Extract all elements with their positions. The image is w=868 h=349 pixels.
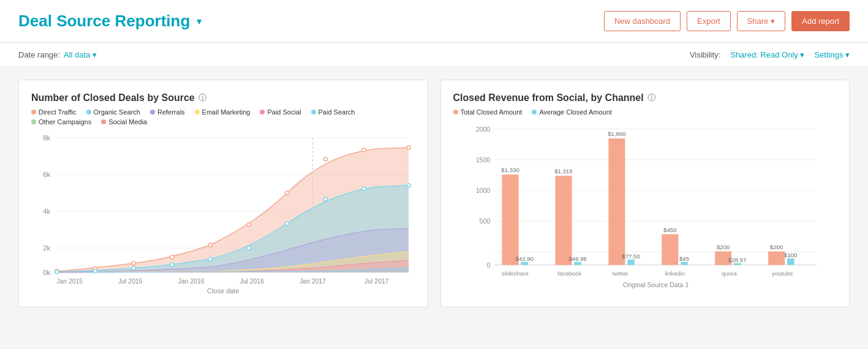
chart2-info-icon[interactable]: ⓘ (647, 92, 655, 103)
bar-slideshare-total (502, 174, 518, 265)
header-left: Deal Source Reporting ▼ (18, 12, 203, 31)
svg-text:Jul 2017: Jul 2017 (364, 278, 389, 285)
toolbar: Date range: All data ▾ Visibility: Share… (0, 43, 868, 67)
svg-text:Jul 2016: Jul 2016 (240, 278, 265, 285)
toolbar-right: Visibility: Shared: Read Only ▾ Settings… (690, 50, 850, 59)
svg-text:$1,315: $1,315 (554, 168, 573, 174)
legend-label: Organic Search (94, 108, 140, 116)
bar-slideshare-avg (521, 262, 528, 265)
svg-text:quora: quora (722, 270, 737, 277)
svg-text:Jan 2016: Jan 2016 (178, 278, 205, 285)
bar-twitter-avg (627, 260, 635, 265)
svg-text:0: 0 (486, 261, 490, 269)
legend-item: Paid Search (311, 108, 355, 116)
chart1-info-icon[interactable]: ⓘ (198, 92, 206, 103)
svg-text:$200: $200 (716, 244, 729, 250)
svg-point-34 (362, 187, 366, 190)
legend-dot (195, 110, 200, 114)
legend-item: Total Closed Amount (453, 108, 523, 116)
bar-facebook-avg (574, 262, 581, 265)
svg-text:Jan 2015: Jan 2015 (56, 278, 83, 285)
legend-item: Direct Traffic (31, 108, 77, 116)
svg-point-23 (323, 157, 327, 161)
legend-label: Direct Traffic (39, 108, 77, 116)
svg-point-24 (362, 148, 366, 152)
legend-item: Other Campaigns (31, 118, 91, 126)
title-dropdown-icon[interactable]: ▼ (195, 17, 203, 26)
svg-text:1500: 1500 (475, 156, 490, 163)
bar-youtube-total (768, 252, 785, 265)
legend-item: Organic Search (86, 108, 140, 116)
chart2-legend: Total Closed AmountAverage Closed Amount (453, 108, 837, 116)
svg-point-21 (247, 223, 251, 227)
chart2-area: 2000 1500 1000 500 0 $1,330 $42.90 slide… (453, 123, 837, 295)
export-button[interactable]: Export (687, 11, 731, 31)
visibility-dropdown[interactable]: Shared: Read Only ▾ (730, 50, 804, 59)
svg-point-30 (208, 257, 212, 261)
date-range-label: Date range: (18, 50, 60, 59)
svg-text:$200: $200 (769, 244, 782, 250)
closed-deals-card: Number of Closed Deals by Source ⓘ Direc… (18, 80, 428, 307)
settings-dropdown[interactable]: Settings ▾ (814, 50, 850, 59)
legend-dot (101, 119, 106, 124)
toolbar-left: Date range: All data ▾ (18, 50, 97, 59)
svg-text:$1,330: $1,330 (501, 167, 519, 173)
svg-text:slideshare: slideshare (501, 270, 528, 277)
legend-item: Average Closed Amount (532, 108, 611, 116)
svg-text:$77.50: $77.50 (622, 253, 640, 260)
svg-text:$100: $100 (784, 252, 797, 258)
svg-text:$28.57: $28.57 (728, 257, 747, 263)
svg-point-20 (208, 243, 212, 247)
dashboard: Number of Closed Deals by Source ⓘ Direc… (0, 67, 868, 320)
legend-dot (150, 110, 155, 114)
svg-text:$45: $45 (679, 255, 689, 262)
svg-point-31 (247, 246, 251, 250)
header-actions: New dashboard Export Share ▾ Add report (604, 11, 850, 31)
add-report-button[interactable]: Add report (791, 11, 850, 31)
svg-point-32 (285, 222, 289, 225)
svg-text:1000: 1000 (475, 187, 490, 194)
bar-linkedin-total (662, 235, 678, 265)
card1-title: Number of Closed Deals by Source ⓘ (31, 92, 415, 103)
svg-point-27 (93, 269, 97, 273)
bar-youtube-avg (787, 258, 794, 265)
svg-point-22 (285, 191, 289, 195)
svg-point-18 (132, 261, 135, 265)
legend-dot (532, 110, 537, 114)
chart1-x-label: Close date (31, 287, 415, 295)
svg-text:Jul 2015: Jul 2015 (118, 278, 143, 285)
svg-point-29 (170, 263, 174, 266)
svg-text:twitter: twitter (612, 270, 628, 277)
legend-item: Referrals (150, 108, 185, 116)
svg-point-33 (323, 197, 327, 201)
legend-dot (260, 110, 265, 114)
svg-text:4k: 4k (43, 208, 51, 215)
chart1-svg: 8k 6k 4k 2k 0k Jan 2015 Jul 2015 Jan 201… (31, 132, 415, 285)
chart1-legend: Direct TrafficOrganic SearchReferralsEma… (31, 108, 415, 126)
svg-point-26 (55, 270, 59, 274)
chart1-area: 8k 6k 4k 2k 0k Jan 2015 Jul 2015 Jan 201… (31, 132, 415, 285)
page-title: Deal Source Reporting (18, 12, 190, 31)
legend-label: Email Marketing (202, 108, 251, 116)
legend-label: Other Campaigns (39, 118, 91, 126)
svg-text:youtube: youtube (772, 270, 793, 277)
svg-text:$450: $450 (663, 227, 676, 233)
share-chevron-icon: ▾ (771, 17, 775, 26)
legend-dot (311, 110, 316, 114)
chart2-svg: 2000 1500 1000 500 0 $1,330 $42.90 slide… (453, 123, 837, 295)
legend-label: Paid Social (267, 108, 301, 116)
new-dashboard-button[interactable]: New dashboard (604, 11, 681, 31)
svg-text:facebook: facebook (557, 270, 581, 277)
svg-text:$1,860: $1,860 (608, 130, 626, 137)
legend-dot (453, 110, 458, 114)
date-range-dropdown[interactable]: All data ▾ (64, 50, 97, 59)
svg-text:Original Source Data 1: Original Source Data 1 (622, 281, 688, 288)
closed-revenue-card: Closed Revenue from Social, by Channel ⓘ… (440, 80, 850, 307)
share-button[interactable]: Share ▾ (737, 11, 786, 31)
svg-point-19 (170, 255, 174, 259)
svg-text:0k: 0k (43, 269, 51, 276)
bar-twitter-total (608, 138, 625, 265)
svg-text:Jan 2017: Jan 2017 (300, 278, 326, 285)
card2-title: Closed Revenue from Social, by Channel ⓘ (453, 92, 837, 103)
svg-text:$42.90: $42.90 (515, 255, 534, 262)
